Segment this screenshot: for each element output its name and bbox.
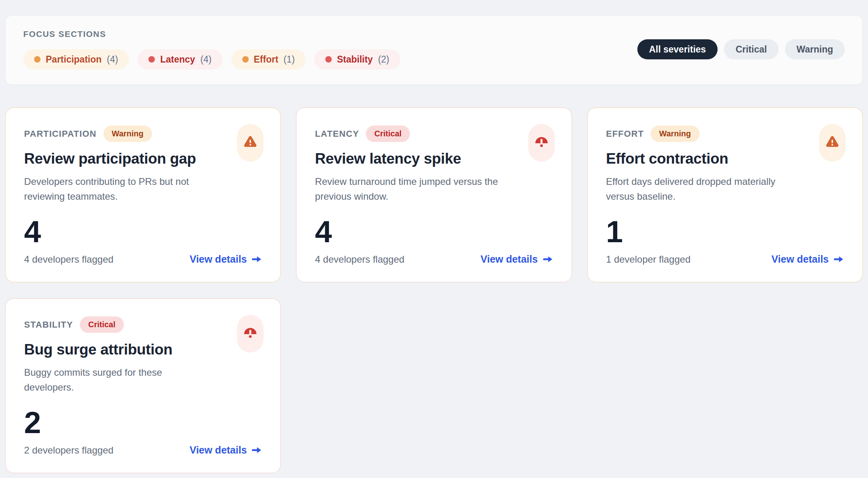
card-header: STABILITY Critical	[24, 316, 262, 333]
card-header: EFFORT Warning	[606, 126, 844, 142]
card-section-label: LATENCY	[315, 129, 359, 139]
focus-chip-count: (1)	[284, 54, 295, 65]
card-footer: 4 developers flagged View details	[315, 253, 553, 265]
view-details-link[interactable]: View details	[190, 253, 262, 265]
focus-chip-count: (2)	[378, 54, 389, 65]
view-details-label: View details	[771, 253, 829, 265]
focus-chip-count: (4)	[107, 54, 118, 65]
severity-badge: Critical	[80, 316, 124, 333]
arrow-right-icon	[542, 255, 553, 264]
card-section-label: STABILITY	[24, 320, 73, 330]
severity-badge: Warning	[103, 126, 152, 142]
card-header: LATENCY Critical	[315, 126, 553, 142]
focus-sections-left: FOCUS SECTIONS Participation (4) Latency…	[23, 29, 400, 69]
card-title: Effort contraction	[606, 150, 844, 167]
severity-filter-warning[interactable]: Warning	[785, 39, 845, 59]
card-header: PARTICIPATION Warning	[24, 126, 262, 142]
severity-dot-icon	[325, 56, 332, 63]
focus-chip-stability[interactable]: Stability (2)	[314, 49, 400, 69]
focus-chip-label: Stability	[337, 54, 373, 65]
flagged-count-number: 4	[315, 217, 553, 247]
focus-chip-participation[interactable]: Participation (4)	[23, 49, 129, 69]
view-details-label: View details	[190, 253, 247, 265]
severity-badge: Critical	[366, 126, 410, 142]
card-title: Review latency spike	[315, 150, 553, 167]
flagged-count-label: 4 developers flagged	[24, 254, 114, 265]
flagged-count-number: 1	[606, 217, 844, 247]
arrow-right-icon	[833, 255, 844, 264]
arrow-right-icon	[251, 255, 262, 264]
card-stability: STABILITY Critical Bug surge attribution…	[5, 298, 281, 473]
focus-chip-label: Latency	[160, 54, 195, 65]
cards-grid: PARTICIPATION Warning Review participati…	[5, 107, 863, 473]
warning-triangle-icon	[824, 134, 841, 152]
focus-sections-title: FOCUS SECTIONS	[23, 29, 400, 39]
focus-chip-latency[interactable]: Latency (4)	[138, 49, 222, 69]
view-details-link[interactable]: View details	[190, 444, 262, 456]
critical-gauge-alert-icon	[242, 324, 259, 343]
focus-chip-label: Effort	[254, 54, 278, 65]
flagged-count-number: 2	[24, 407, 262, 438]
focus-sections-panel: FOCUS SECTIONS Participation (4) Latency…	[5, 15, 863, 85]
severity-filter-critical[interactable]: Critical	[724, 39, 779, 59]
severity-badge: Warning	[651, 126, 699, 142]
card-footer: 1 developer flagged View details	[606, 253, 844, 265]
card-participation: PARTICIPATION Warning Review participati…	[5, 107, 281, 282]
view-details-label: View details	[190, 444, 247, 456]
critical-gauge-alert-icon	[533, 134, 550, 152]
flagged-count-label: 4 developers flagged	[315, 254, 404, 265]
card-latency: LATENCY Critical Review latency spike Re…	[296, 107, 572, 282]
card-effort: EFFORT Warning Effort contraction Effort…	[587, 107, 863, 282]
view-details-link[interactable]: View details	[771, 253, 844, 265]
focus-chip-label: Participation	[46, 54, 101, 65]
focus-chip-effort[interactable]: Effort (1)	[231, 49, 306, 69]
view-details-link[interactable]: View details	[481, 253, 553, 265]
card-title: Review participation gap	[24, 150, 262, 167]
focus-chip-count: (4)	[200, 54, 211, 65]
view-details-label: View details	[481, 253, 538, 265]
card-description: Developers contributing to PRs but not r…	[24, 174, 209, 204]
flagged-count-number: 4	[24, 217, 262, 247]
card-section-label: EFFORT	[606, 129, 644, 139]
card-title: Bug surge attribution	[24, 341, 262, 358]
flagged-count-label: 2 developers flagged	[24, 445, 114, 456]
severity-filters: All severities Critical Warning	[637, 39, 845, 59]
severity-filter-all-severities[interactable]: All severities	[637, 39, 718, 59]
card-description: Review turnaround time jumped versus the…	[315, 174, 499, 204]
card-status-icon-pill	[819, 124, 846, 162]
card-section-label: PARTICIPATION	[24, 129, 97, 139]
arrow-right-icon	[251, 446, 262, 455]
card-footer: 2 developers flagged View details	[24, 444, 262, 456]
card-status-icon-pill	[528, 124, 555, 162]
card-description: Buggy commits surged for these developer…	[24, 365, 209, 395]
warning-triangle-icon	[242, 134, 259, 152]
flagged-count-label: 1 developer flagged	[606, 254, 691, 265]
severity-dot-icon	[148, 56, 155, 63]
focus-chips: Participation (4) Latency (4) Effort (1)…	[23, 49, 400, 69]
card-status-icon-pill	[237, 124, 264, 162]
card-description: Effort days delivered dropped materially…	[606, 174, 791, 204]
card-footer: 4 developers flagged View details	[24, 253, 262, 265]
card-status-icon-pill	[237, 315, 264, 352]
severity-dot-icon	[34, 56, 41, 63]
severity-dot-icon	[242, 56, 249, 63]
